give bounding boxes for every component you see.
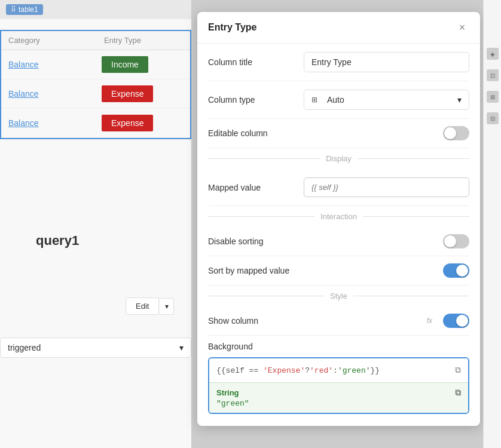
sidebar-icon-1[interactable]: ◈ — [487, 48, 499, 60]
sort-by-mapped-toggle[interactable] — [443, 263, 469, 278]
divider-line-right3 — [353, 296, 469, 296]
show-column-right: fx — [427, 314, 469, 328]
disable-sorting-row: Disable sorting — [208, 227, 469, 256]
panel-body: Column title Column type ⊞ Auto ▾ Editab… — [197, 44, 480, 426]
table-row: Balance Expense — [1, 79, 190, 109]
query-label: query1 — [36, 233, 79, 248]
background-label: Background — [208, 342, 304, 351]
interaction-label: Interaction — [320, 212, 357, 221]
panel-title: Entry Type — [208, 22, 257, 33]
toggle-thumb-2 — [444, 235, 456, 247]
code-editor: {{self == 'Expense'?'red':'green'}} ⧉ St… — [208, 357, 469, 414]
mapped-value-control — [304, 177, 469, 197]
show-column-row: Show column fx — [208, 306, 469, 336]
style-label: Style — [330, 291, 347, 300]
result-type: String ⧉ — [216, 388, 461, 398]
table-row: Balance Income — [1, 50, 190, 79]
column-title-label: Column title — [208, 57, 304, 67]
code-copy-icon[interactable]: ⧉ — [455, 366, 461, 375]
entry-type-cell: Income — [97, 50, 169, 79]
table-header-bar: ⠿ table1 — [0, 0, 191, 19]
editable-column-row: Editable column — [208, 119, 469, 148]
display-label: Display — [326, 154, 352, 163]
entry-type-cell: Expense — [97, 109, 169, 137]
divider-line-right2 — [363, 216, 469, 217]
column-type-label: Column type — [208, 95, 304, 105]
edit-dropdown-button[interactable]: ▾ — [160, 298, 174, 315]
panel-bottom-padding — [208, 416, 469, 426]
divider-line-left — [208, 158, 320, 159]
code-content[interactable]: {{self == 'Expense'?'red':'green'}} — [216, 366, 380, 375]
edit-area: Edit ▾ — [126, 297, 174, 315]
right-sidebar: ◈ ⊡ ⊞ ⊟ — [483, 0, 501, 448]
category-col-header: Category — [1, 31, 97, 50]
category-cell[interactable]: Balance — [1, 81, 97, 107]
show-column-toggle[interactable] — [443, 314, 469, 328]
disable-sorting-label: Disable sorting — [208, 237, 304, 246]
divider-line-left2 — [208, 216, 314, 217]
expense-badge: Expense — [102, 85, 153, 102]
sidebar-icon-4[interactable]: ⊟ — [487, 112, 499, 124]
column-title-control — [304, 52, 469, 72]
column-type-row: Column type ⊞ Auto ▾ — [208, 81, 469, 119]
table-label: ⠿ table1 — [6, 4, 43, 15]
close-button[interactable]: × — [455, 20, 469, 35]
income-badge: Income — [102, 56, 148, 73]
editable-column-label: Editable column — [208, 128, 304, 138]
result-copy-icon[interactable]: ⧉ — [455, 388, 461, 398]
expense-badge-2: Expense — [102, 115, 153, 131]
disable-sorting-toggle[interactable] — [443, 234, 469, 248]
data-table: Category Entry Type Balance Income Balan… — [0, 30, 191, 139]
fx-label: fx — [427, 317, 432, 325]
table-row: Balance Expense — [1, 109, 190, 138]
mapped-value-input[interactable] — [304, 177, 469, 197]
triggered-select[interactable]: triggered ▾ — [0, 337, 191, 358]
sort-by-mapped-label: Sort by mapped value — [208, 266, 304, 275]
result-value: "green" — [216, 398, 461, 408]
column-title-input[interactable] — [304, 52, 469, 72]
mapped-value-label: Mapped value — [208, 183, 304, 192]
style-divider: Style — [208, 286, 469, 306]
panel-header: Entry Type × — [197, 12, 480, 44]
entry-type-cell: Expense — [97, 79, 169, 108]
editable-column-toggle[interactable] — [443, 126, 469, 140]
triggered-area: triggered ▾ — [0, 337, 191, 358]
category-cell[interactable]: Balance — [1, 110, 97, 136]
sidebar-icon-2[interactable]: ⊡ — [487, 69, 499, 81]
toggle-thumb — [444, 127, 456, 139]
category-cell[interactable]: Balance — [1, 51, 97, 78]
sort-by-mapped-row: Sort by mapped value — [208, 256, 469, 286]
toggle-thumb-4 — [456, 315, 468, 327]
divider-line-right — [358, 158, 469, 159]
mapped-value-row: Mapped value — [208, 169, 469, 206]
interaction-divider: Interaction — [208, 206, 469, 227]
table-background: ⠿ table1 Category Entry Type Balance Inc… — [0, 0, 191, 448]
column-title-row: Column title — [208, 44, 469, 81]
entry-type-col-header: Entry Type — [97, 31, 169, 50]
edit-button[interactable]: Edit — [126, 297, 159, 315]
show-column-label: Show column — [208, 316, 304, 326]
divider-line-left3 — [208, 296, 324, 296]
column-type-control: ⊞ Auto ▾ — [304, 90, 469, 110]
column-type-select[interactable]: ⊞ Auto ▾ — [304, 90, 469, 110]
code-input-line: {{self == 'Expense'?'red':'green'}} ⧉ — [209, 358, 468, 382]
sidebar-icon-3[interactable]: ⊞ — [487, 91, 499, 103]
auto-icon: ⊞ — [311, 96, 317, 104]
toggle-thumb-3 — [456, 265, 468, 277]
background-section: Background {{self == 'Expense'?'red':'gr… — [208, 336, 469, 416]
column-headers: Category Entry Type — [1, 31, 190, 50]
code-result: String ⧉ "green" — [209, 382, 468, 413]
display-divider: Display — [208, 148, 469, 169]
entry-type-panel: Entry Type × Column title Column type ⊞ … — [197, 12, 480, 426]
